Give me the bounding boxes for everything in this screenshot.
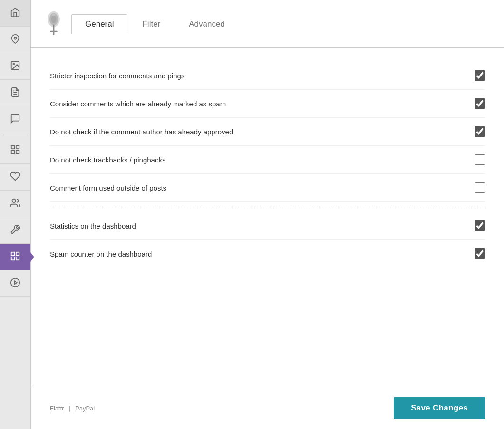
section-divider — [50, 207, 485, 207]
setting-row-no-check-trackbacks: Do not check trackbacks / pingbacks — [50, 146, 485, 174]
settings-content: Stricter inspection for comments and pin… — [31, 48, 504, 387]
posts-icon — [10, 87, 20, 99]
setting-label-no-check-trackbacks: Do not check trackbacks / pingbacks — [50, 155, 475, 165]
svg-point-0 — [14, 37, 17, 39]
setting-row-spam-counter-dashboard: Spam counter on the dashboard — [50, 240, 485, 267]
svg-rect-7 — [16, 151, 19, 153]
tab-filter[interactable]: Filter — [128, 14, 174, 34]
sidebar-item-pages[interactable] — [0, 137, 30, 164]
setting-checkbox-spam-counter-dashboard[interactable] — [475, 248, 485, 259]
setting-row-no-check-approved: Do not check if the comment author has a… — [50, 118, 485, 146]
svg-marker-15 — [14, 281, 17, 284]
setting-label-consider-spam: Consider comments which are already mark… — [50, 99, 475, 109]
footer-separator: | — [69, 405, 70, 412]
plugin-logo — [40, 10, 67, 37]
setting-row-stats-dashboard: Statistics on the dashboard — [50, 212, 485, 240]
sidebar-item-comments[interactable] — [0, 106, 30, 133]
svg-rect-11 — [16, 252, 19, 255]
setting-checkbox-comment-form-outside[interactable] — [475, 182, 485, 193]
svg-rect-5 — [11, 146, 14, 149]
footer-link-flattr[interactable]: Flattr — [50, 405, 64, 412]
setting-row-comment-form-outside: Comment form used outside of posts — [50, 174, 485, 202]
svg-rect-12 — [16, 257, 19, 260]
sidebar-item-pin[interactable] — [0, 27, 30, 53]
main-content: General Filter Advanced Stricter inspect… — [31, 0, 504, 429]
pages-icon — [10, 144, 20, 156]
setting-label-no-check-approved: Do not check if the comment author has a… — [50, 127, 475, 137]
svg-rect-10 — [11, 252, 14, 255]
setting-label-stats-dashboard: Statistics on the dashboard — [50, 221, 475, 231]
pin-icon — [10, 34, 20, 45]
sidebar-item-play[interactable] — [0, 270, 30, 297]
play-icon — [10, 277, 20, 289]
media-icon — [10, 60, 20, 72]
setting-row-stricter-inspection: Stricter inspection for comments and pin… — [50, 62, 485, 90]
svg-point-9 — [12, 199, 16, 202]
setting-checkbox-no-check-approved[interactable] — [475, 126, 485, 137]
tools-icon — [10, 224, 20, 236]
setting-checkbox-stricter-inspection[interactable] — [475, 70, 485, 81]
sidebar-item-stats[interactable] — [0, 244, 30, 270]
setting-label-comment-form-outside: Comment form used outside of posts — [50, 183, 475, 193]
tab-advanced[interactable]: Advanced — [175, 14, 239, 34]
sidebar-item-media[interactable] — [0, 53, 30, 80]
svg-rect-8 — [11, 151, 14, 153]
sidebar-item-users[interactable] — [0, 191, 30, 217]
plugins-icon — [10, 171, 20, 183]
sidebar-item-tools[interactable] — [0, 217, 30, 244]
sidebar-item-posts[interactable] — [0, 80, 30, 106]
sidebar — [0, 0, 31, 429]
svg-rect-13 — [11, 257, 14, 260]
svg-point-21 — [52, 13, 55, 16]
svg-point-14 — [11, 278, 19, 287]
setting-checkbox-no-check-trackbacks[interactable] — [475, 154, 485, 165]
sidebar-item-plugins[interactable] — [0, 164, 30, 191]
users-icon — [10, 198, 20, 210]
setting-row-consider-spam: Consider comments which are already mark… — [50, 90, 485, 118]
home-icon — [10, 7, 20, 19]
setting-label-spam-counter-dashboard: Spam counter on the dashboard — [50, 249, 475, 259]
setting-label-stricter-inspection: Stricter inspection for comments and pin… — [50, 71, 475, 81]
svg-rect-6 — [16, 146, 19, 149]
comments-icon — [10, 114, 20, 125]
svg-point-2 — [13, 63, 14, 65]
footer-link-paypal[interactable]: PayPal — [75, 405, 95, 412]
svg-point-18 — [51, 15, 56, 23]
stats-icon — [10, 251, 20, 263]
footer: Flattr | PayPal Save Changes — [31, 387, 504, 429]
save-changes-button[interactable]: Save Changes — [394, 397, 485, 419]
setting-checkbox-stats-dashboard[interactable] — [475, 220, 485, 231]
sidebar-divider-1 — [3, 135, 27, 135]
setting-checkbox-consider-spam[interactable] — [475, 98, 485, 109]
footer-links: Flattr | PayPal — [50, 405, 95, 412]
tab-general[interactable]: General — [71, 14, 127, 34]
tab-bar: General Filter Advanced — [31, 0, 504, 48]
sidebar-item-home[interactable] — [0, 0, 30, 27]
